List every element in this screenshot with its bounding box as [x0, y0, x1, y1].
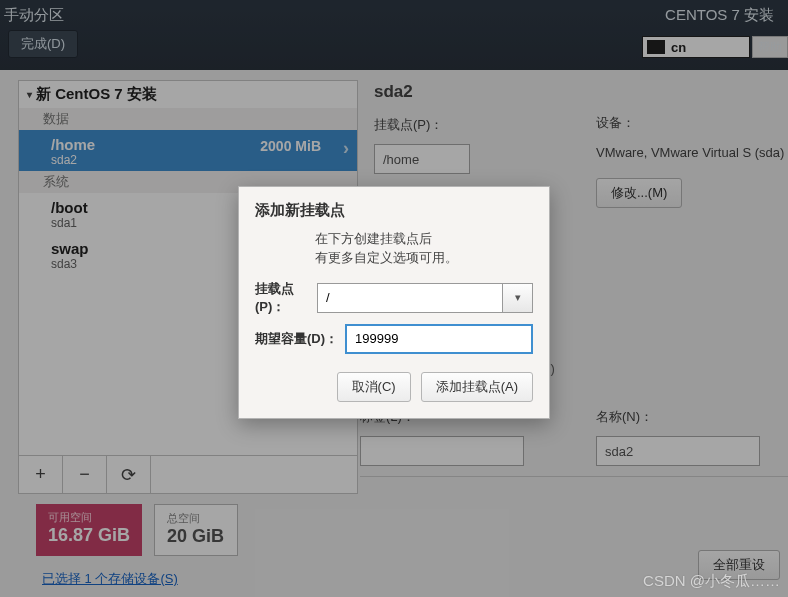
watermark: CSDN @小冬瓜…… — [643, 572, 780, 591]
dropdown-icon[interactable]: ▾ — [503, 283, 533, 313]
dialog-title: 添加新挂载点 — [255, 201, 533, 220]
dialog-mount-combo[interactable]: ▾ — [317, 283, 533, 313]
cancel-button[interactable]: 取消(C) — [337, 372, 411, 402]
dialog-size-row: 期望容量(D)： — [255, 324, 533, 354]
dialog-size-label: 期望容量(D)： — [255, 330, 339, 348]
dialog-mount-input[interactable] — [317, 283, 503, 313]
add-mount-point-dialog: 添加新挂载点 在下方创建挂载点后 有更多自定义选项可用。 挂载点(P)： ▾ 期… — [238, 186, 550, 419]
add-mount-point-button[interactable]: 添加挂载点(A) — [421, 372, 533, 402]
dialog-description: 在下方创建挂载点后 有更多自定义选项可用。 — [315, 230, 533, 268]
dialog-size-input[interactable] — [345, 324, 533, 354]
dialog-mount-label: 挂载点(P)： — [255, 280, 311, 316]
dialog-mount-row: 挂载点(P)： ▾ — [255, 280, 533, 316]
dialog-buttons: 取消(C) 添加挂载点(A) — [255, 372, 533, 402]
